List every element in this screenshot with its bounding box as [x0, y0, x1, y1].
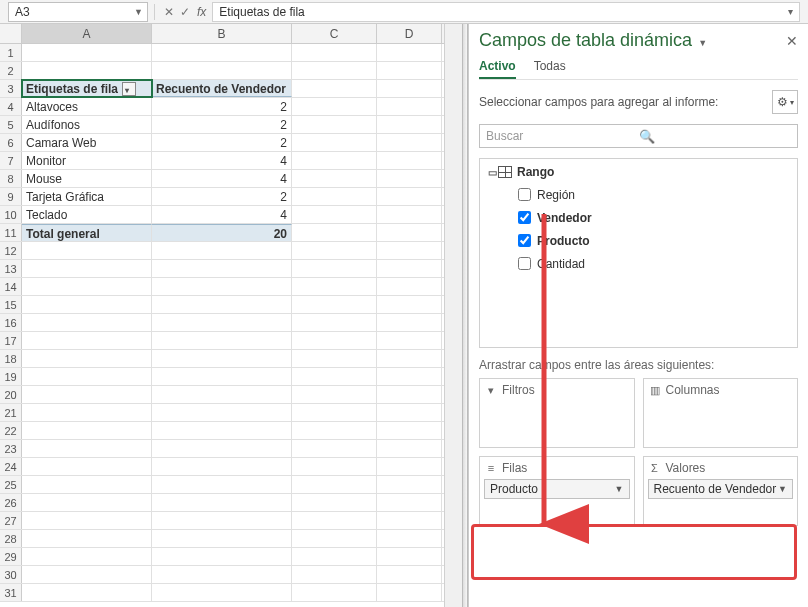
- cell[interactable]: Monitor: [22, 152, 152, 169]
- field-item[interactable]: Cantidad: [486, 252, 791, 275]
- field-list[interactable]: ▭ Rango RegiónVendedorProductoCantidad: [479, 158, 798, 348]
- cell[interactable]: [152, 458, 292, 475]
- row-number[interactable]: 29: [0, 548, 22, 565]
- cell[interactable]: [292, 476, 377, 493]
- chevron-down-icon[interactable]: ▼: [698, 38, 707, 48]
- filter-dropdown-icon[interactable]: [122, 82, 136, 96]
- name-box[interactable]: A3 ▼: [8, 2, 148, 22]
- cell[interactable]: [377, 440, 442, 457]
- cell[interactable]: [152, 242, 292, 259]
- cell[interactable]: [377, 170, 442, 187]
- cell[interactable]: [377, 368, 442, 385]
- cell[interactable]: [22, 404, 152, 421]
- cell[interactable]: [377, 152, 442, 169]
- row-number[interactable]: 11: [0, 224, 22, 241]
- cell[interactable]: [292, 62, 377, 79]
- cancel-x-icon[interactable]: ✕: [161, 5, 177, 19]
- cell[interactable]: [377, 44, 442, 61]
- cell[interactable]: [292, 494, 377, 511]
- cell[interactable]: [292, 224, 377, 241]
- row-number[interactable]: 28: [0, 530, 22, 547]
- search-input[interactable]: Buscar 🔍: [479, 124, 798, 148]
- cell[interactable]: [22, 530, 152, 547]
- cell[interactable]: 2: [152, 116, 292, 133]
- column-header-d[interactable]: D: [377, 24, 442, 43]
- cell[interactable]: [22, 566, 152, 583]
- cell[interactable]: [292, 44, 377, 61]
- close-icon[interactable]: ✕: [786, 33, 798, 49]
- area-rows-item[interactable]: Producto ▼: [484, 479, 630, 499]
- cell[interactable]: Recuento de Vendedor: [152, 80, 292, 97]
- field-item[interactable]: Región: [486, 183, 791, 206]
- cell[interactable]: [152, 296, 292, 313]
- area-values[interactable]: ΣValores Recuento de Vendedor ▼: [643, 456, 799, 526]
- cell[interactable]: Camara Web: [22, 134, 152, 151]
- cell[interactable]: [22, 332, 152, 349]
- row-number[interactable]: 4: [0, 98, 22, 115]
- row-number[interactable]: 27: [0, 512, 22, 529]
- cell[interactable]: [292, 368, 377, 385]
- cell[interactable]: [22, 296, 152, 313]
- cell[interactable]: [292, 530, 377, 547]
- cell[interactable]: [22, 512, 152, 529]
- chevron-down-icon[interactable]: ▼: [778, 484, 787, 494]
- column-header-c[interactable]: C: [292, 24, 377, 43]
- column-header-b[interactable]: B: [152, 24, 292, 43]
- cell[interactable]: [152, 494, 292, 511]
- formula-input[interactable]: Etiquetas de fila ▾: [212, 2, 800, 22]
- cell[interactable]: [377, 332, 442, 349]
- select-all-corner[interactable]: [0, 24, 22, 43]
- row-number[interactable]: 12: [0, 242, 22, 259]
- cell[interactable]: Tarjeta Gráfica: [22, 188, 152, 205]
- cell[interactable]: [152, 260, 292, 277]
- field-checkbox[interactable]: [518, 234, 531, 247]
- cell[interactable]: [377, 296, 442, 313]
- row-number[interactable]: 5: [0, 116, 22, 133]
- cell[interactable]: [22, 494, 152, 511]
- cell[interactable]: [292, 242, 377, 259]
- cell[interactable]: [22, 260, 152, 277]
- cell[interactable]: [152, 530, 292, 547]
- row-number[interactable]: 13: [0, 260, 22, 277]
- row-number[interactable]: 22: [0, 422, 22, 439]
- cell[interactable]: 4: [152, 206, 292, 223]
- cell[interactable]: [377, 458, 442, 475]
- cell[interactable]: 2: [152, 188, 292, 205]
- cell[interactable]: [292, 548, 377, 565]
- cell[interactable]: [152, 278, 292, 295]
- cell[interactable]: [152, 584, 292, 601]
- row-number[interactable]: 10: [0, 206, 22, 223]
- row-number[interactable]: 20: [0, 386, 22, 403]
- row-number[interactable]: 1: [0, 44, 22, 61]
- row-number[interactable]: 9: [0, 188, 22, 205]
- cell[interactable]: [22, 350, 152, 367]
- cell[interactable]: [292, 278, 377, 295]
- field-checkbox[interactable]: [518, 211, 531, 224]
- field-item[interactable]: Producto: [486, 229, 791, 252]
- cell[interactable]: 4: [152, 152, 292, 169]
- cell[interactable]: [152, 548, 292, 565]
- cell[interactable]: [152, 314, 292, 331]
- cell[interactable]: [377, 62, 442, 79]
- cell[interactable]: [22, 548, 152, 565]
- cell[interactable]: [292, 134, 377, 151]
- cell[interactable]: Mouse: [22, 170, 152, 187]
- cell[interactable]: [292, 422, 377, 439]
- row-number[interactable]: 26: [0, 494, 22, 511]
- cell[interactable]: [377, 476, 442, 493]
- cell[interactable]: [377, 242, 442, 259]
- cell[interactable]: [377, 278, 442, 295]
- cell[interactable]: [377, 260, 442, 277]
- cell[interactable]: [292, 206, 377, 223]
- check-icon[interactable]: ✓: [177, 5, 193, 19]
- cell[interactable]: [377, 386, 442, 403]
- cell[interactable]: [22, 440, 152, 457]
- row-number[interactable]: 25: [0, 476, 22, 493]
- chevron-down-icon[interactable]: ▾: [788, 6, 793, 17]
- field-checkbox[interactable]: [518, 188, 531, 201]
- cell[interactable]: [292, 332, 377, 349]
- cell[interactable]: [22, 476, 152, 493]
- cell[interactable]: [292, 116, 377, 133]
- cell[interactable]: [377, 566, 442, 583]
- row-number[interactable]: 16: [0, 314, 22, 331]
